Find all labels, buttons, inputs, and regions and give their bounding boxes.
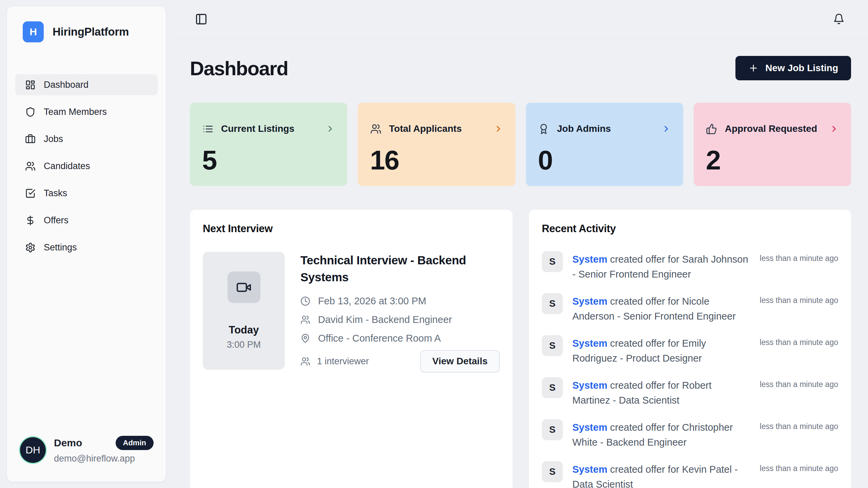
interview-datetime: Feb 13, 2026 at 3:00 PM — [318, 296, 426, 307]
plus-icon — [748, 63, 758, 73]
new-job-listing-label: New Job Listing — [765, 63, 838, 74]
interview-datetime-row: Feb 13, 2026 at 3:00 PM — [300, 296, 500, 307]
activity-item: S System created offer for Sarah Johnson… — [542, 251, 838, 284]
activity-actor: System — [572, 296, 607, 307]
sidebar-item-tasks[interactable]: Tasks — [15, 183, 158, 204]
panel-left-icon — [195, 13, 208, 25]
chevron-right-icon — [662, 124, 671, 134]
stat-card-total-applicants[interactable]: Total Applicants 16 — [358, 103, 515, 186]
sidebar-item-settings[interactable]: Settings — [15, 237, 158, 258]
user-info: Demo Admin demo@hireflow.app — [54, 436, 154, 464]
activity-actor: System — [572, 380, 607, 391]
sidebar-item-label: Dashboard — [44, 80, 88, 90]
users-icon — [300, 315, 311, 325]
stat-label: Approval Requested — [725, 123, 817, 134]
user-avatar: DH — [20, 437, 46, 463]
stat-card-current-listings[interactable]: Current Listings 5 — [190, 103, 347, 186]
chevron-right-icon — [326, 124, 335, 134]
stats-row: Current Listings 5 Total Applicants — [190, 103, 851, 186]
interview-title: Technical Interview - Backend Systems — [300, 252, 490, 285]
sidebar-toggle-button[interactable] — [194, 12, 208, 26]
chevron-right-icon — [494, 124, 503, 134]
stat-label: Total Applicants — [389, 123, 462, 134]
sidebar-item-label: Settings — [44, 242, 77, 253]
activity-avatar: S — [542, 335, 563, 356]
sidebar-nav: Dashboard Team Members Jobs Candidates — [15, 74, 158, 258]
activity-timestamp: less than a minute ago — [760, 419, 838, 431]
activity-item: S System created offer for Nicole Anders… — [542, 293, 838, 326]
hiring-platform-app: H HiringPlatform Dashboard Team Members — [0, 0, 868, 488]
check-square-icon — [25, 188, 36, 199]
activity-item: S System created offer for Christopher W… — [542, 419, 838, 452]
bell-icon — [833, 13, 845, 25]
list-icon — [202, 123, 214, 135]
interviewer-count: 1 interviewer — [300, 356, 369, 367]
stat-value: 16 — [370, 145, 503, 176]
sidebar: H HiringPlatform Dashboard Team Members — [7, 6, 166, 482]
stat-card-approval-requested[interactable]: Approval Requested 2 — [694, 103, 851, 186]
notifications-button[interactable] — [832, 12, 846, 26]
activity-text: System created offer for Christopher Whi… — [572, 419, 750, 450]
interview-candidate-row: David Kim - Backend Engineer — [300, 314, 500, 325]
activity-timestamp: less than a minute ago — [760, 377, 838, 389]
activity-item: S System created offer for Kevin Patel -… — [542, 461, 838, 488]
interviewer-count-label: 1 interviewer — [317, 356, 369, 367]
activity-actor: System — [572, 254, 607, 265]
page-title: Dashboard — [190, 57, 288, 80]
view-details-button[interactable]: View Details — [420, 350, 500, 372]
user-email: demo@hireflow.app — [54, 453, 154, 464]
clock-icon — [300, 296, 311, 306]
recent-activity-title: Recent Activity — [542, 223, 838, 235]
sidebar-item-offers[interactable]: Offers — [15, 210, 158, 231]
content: Dashboard New Job Listing Current Listin… — [173, 38, 868, 488]
activity-avatar: S — [542, 377, 563, 398]
app-logo-row: H HiringPlatform — [15, 21, 158, 42]
shield-icon — [25, 106, 36, 117]
stat-value: 0 — [538, 145, 671, 176]
briefcase-icon — [25, 134, 36, 144]
next-interview-title: Next Interview — [203, 223, 500, 235]
activity-text: System created offer for Robert Martinez… — [572, 377, 750, 408]
activity-timestamp: less than a minute ago — [760, 461, 838, 473]
sidebar-item-candidates[interactable]: Candidates — [15, 156, 158, 177]
sidebar-item-jobs[interactable]: Jobs — [15, 128, 158, 149]
activity-timestamp: less than a minute ago — [760, 293, 838, 305]
chevron-right-icon — [829, 124, 839, 134]
activity-text: System created offer for Kevin Patel - D… — [572, 461, 750, 488]
sidebar-user-card[interactable]: DH Demo Admin demo@hireflow.app — [15, 436, 158, 468]
next-interview-panel: Next Interview Today 3:00 PM Technical I… — [190, 210, 513, 488]
interview-candidate: David Kim - Backend Engineer — [318, 314, 452, 325]
activity-avatar: S — [542, 251, 563, 272]
interview-time-label: 3:00 PM — [227, 340, 261, 350]
sidebar-item-dashboard[interactable]: Dashboard — [15, 74, 158, 95]
panels-row: Next Interview Today 3:00 PM Technical I… — [190, 210, 851, 488]
app-name: HiringPlatform — [53, 25, 129, 38]
stat-label: Current Listings — [221, 123, 294, 134]
interview-location: Office - Conference Room A — [318, 333, 441, 344]
sidebar-item-label: Jobs — [44, 134, 63, 144]
new-job-listing-button[interactable]: New Job Listing — [735, 56, 851, 80]
stat-label: Job Admins — [557, 123, 611, 134]
gear-icon — [25, 242, 36, 253]
activity-actor: System — [572, 464, 607, 475]
activity-actor: System — [572, 338, 607, 349]
sidebar-item-label: Offers — [44, 215, 68, 226]
stat-card-job-admins[interactable]: Job Admins 0 — [526, 103, 683, 186]
activity-list: S System created offer for Sarah Johnson… — [542, 251, 838, 488]
activity-text: System created offer for Nicole Anderson… — [572, 293, 750, 324]
stat-value: 2 — [706, 145, 839, 176]
role-badge: Admin — [116, 436, 154, 450]
users-icon — [370, 123, 381, 135]
user-name: Demo — [54, 437, 82, 449]
activity-timestamp: less than a minute ago — [760, 251, 838, 263]
users-icon — [25, 161, 36, 171]
recent-activity-panel: Recent Activity S System created offer f… — [529, 210, 851, 488]
main-area: Dashboard New Job Listing Current Listin… — [173, 0, 868, 488]
activity-actor: System — [572, 422, 607, 433]
activity-text: System created offer for Emily Rodriguez… — [572, 335, 750, 366]
layout-dashboard-icon — [25, 79, 36, 90]
sidebar-item-team-members[interactable]: Team Members — [15, 101, 158, 122]
activity-text: System created offer for Sarah Johnson -… — [572, 251, 750, 282]
activity-avatar: S — [542, 419, 563, 440]
activity-avatar: S — [542, 461, 563, 482]
